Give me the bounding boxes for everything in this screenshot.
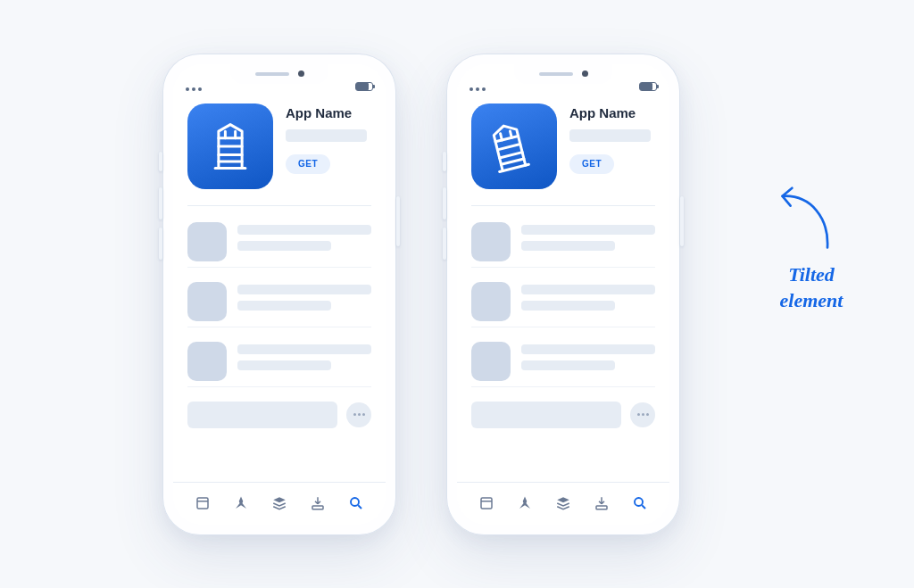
power-button (396, 196, 400, 246)
apps-tab[interactable] (555, 495, 571, 511)
tower-tilted-icon (489, 120, 539, 173)
phone-mockup-right: App Name GET (446, 54, 680, 535)
tower-icon (205, 120, 255, 173)
text-placeholder (521, 282, 655, 311)
search-tab[interactable] (348, 495, 364, 511)
svg-rect-4 (596, 506, 607, 509)
front-camera (582, 70, 588, 77)
svg-rect-3 (481, 498, 492, 509)
volume-down-button (443, 228, 446, 260)
banner-placeholder (187, 402, 337, 428)
app-meta: App Name GET (286, 104, 371, 189)
app-meta: App Name GET (569, 104, 655, 189)
thumbnail-placeholder (471, 222, 511, 261)
more-icon[interactable] (346, 402, 371, 427)
apps-tab[interactable] (271, 495, 287, 511)
get-button[interactable]: GET (569, 154, 614, 174)
featured-row (471, 396, 655, 434)
svg-point-2 (351, 498, 359, 506)
mute-switch (443, 152, 446, 171)
thumbnail-placeholder (187, 222, 227, 261)
svg-point-5 (635, 498, 643, 506)
annotation-line2: element (780, 289, 843, 311)
list-item (187, 277, 371, 327)
list-item (471, 217, 655, 268)
phone-screen: App Name GET (173, 64, 386, 525)
banner-placeholder (471, 402, 621, 428)
tab-bar (173, 482, 386, 525)
thumbnail-placeholder (187, 342, 227, 381)
list-item (187, 336, 371, 387)
updates-tab[interactable] (310, 495, 326, 511)
thumbnail-placeholder (187, 282, 227, 321)
notch (514, 64, 612, 84)
text-placeholder (237, 342, 371, 370)
list-item (471, 277, 655, 327)
app-icon-tilted (471, 104, 557, 189)
annotation: Tilted element (771, 178, 852, 313)
speaker-grille (255, 72, 289, 76)
volume-up-button (443, 187, 446, 219)
get-button[interactable]: GET (286, 154, 330, 174)
front-camera (298, 70, 304, 77)
battery-icon (639, 82, 657, 91)
phone-screen: App Name GET (457, 64, 669, 525)
arrow-icon (771, 178, 852, 259)
updates-tab[interactable] (594, 495, 610, 511)
more-menu-icon (186, 87, 202, 91)
mute-switch (159, 152, 162, 171)
content-list (457, 206, 669, 441)
app-icon-upright (187, 104, 273, 189)
diagram-stage: App Name GET (162, 54, 680, 535)
phone-mockup-left: App Name GET (162, 54, 396, 535)
games-tab[interactable] (233, 495, 249, 511)
svg-rect-0 (197, 498, 208, 509)
annotation-text: Tilted element (780, 262, 843, 313)
subtitle-placeholder (286, 129, 367, 142)
list-item (187, 217, 371, 268)
list-item (471, 336, 655, 387)
tab-bar (457, 482, 669, 525)
text-placeholder (237, 282, 371, 311)
app-title: App Name (569, 105, 655, 120)
speaker-grille (539, 72, 573, 76)
subtitle-placeholder (569, 129, 651, 142)
content-list (173, 206, 386, 441)
today-tab[interactable] (195, 495, 211, 511)
thumbnail-placeholder (471, 282, 511, 321)
app-store-header: App Name GET (457, 95, 669, 205)
app-title: App Name (286, 105, 371, 120)
volume-down-button (159, 228, 162, 260)
more-menu-icon (469, 87, 486, 91)
text-placeholder (521, 222, 655, 251)
svg-rect-1 (312, 506, 323, 509)
power-button (680, 196, 684, 246)
app-store-header: App Name GET (173, 95, 386, 205)
featured-row (187, 396, 371, 434)
annotation-line1: Tilted (788, 263, 835, 286)
battery-icon (355, 82, 373, 91)
search-tab[interactable] (632, 495, 648, 511)
more-icon[interactable] (630, 402, 655, 427)
text-placeholder (237, 222, 371, 251)
thumbnail-placeholder (471, 342, 511, 381)
today-tab[interactable] (478, 495, 494, 511)
games-tab[interactable] (517, 495, 533, 511)
volume-up-button (159, 187, 162, 219)
notch (230, 64, 328, 84)
text-placeholder (521, 342, 655, 370)
